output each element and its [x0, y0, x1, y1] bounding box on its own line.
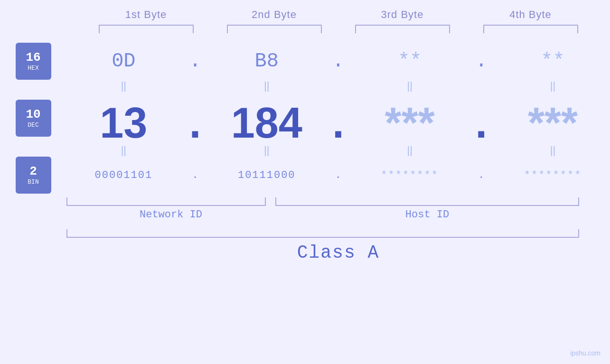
top-brackets — [82, 25, 595, 33]
eq-values-1: || || || || — [66, 80, 610, 92]
dec-dot2: . — [328, 92, 347, 144]
dec-badge-num: 10 — [26, 108, 40, 121]
id-labels-row: Network ID Host ID — [66, 209, 579, 221]
bin-b3: ******** — [357, 169, 462, 181]
dec-row: 10 DEC 13 . 184 . *** . *** — [0, 92, 610, 144]
hex-dot2: . — [328, 50, 347, 73]
header-byte2: 2nd Byte — [222, 9, 327, 21]
dec-badge-label: DEC — [28, 121, 38, 129]
hex-b1: 0D — [71, 50, 176, 73]
bottom-brackets-section: Network ID Host ID Class A — [0, 197, 610, 263]
watermark: ipshu.com — [570, 349, 601, 357]
bracket-byte3 — [355, 25, 450, 33]
header-byte1: 1st Byte — [94, 9, 198, 21]
dec-b1: 13 — [71, 92, 176, 144]
bin-dot2: . — [328, 169, 347, 181]
hex-badge-area: 16 HEX — [0, 43, 66, 80]
bin-badge-label: BIN — [28, 178, 38, 186]
dec-dot1: . — [186, 92, 205, 144]
class-label: Class A — [66, 243, 610, 263]
dec-badge: 10 DEC — [16, 100, 51, 137]
header-byte4: 4th Byte — [479, 9, 583, 21]
bracket-byte4 — [483, 25, 578, 33]
byte-headers: 1st Byte 2nd Byte 3rd Byte 4th Byte — [82, 9, 595, 21]
host-id-label: Host ID — [275, 209, 579, 221]
dec-values: 13 . 184 . *** . *** — [66, 92, 610, 144]
hex-dot1: . — [186, 50, 205, 73]
bin-b1: 00001101 — [71, 169, 176, 181]
outer-bracket — [66, 229, 579, 238]
bin-row: 2 BIN 00001101 . 10111000 . ******** . — [0, 157, 610, 194]
dec-badge-area: 10 DEC — [0, 100, 66, 137]
network-host-section: Network ID Host ID Class A — [66, 197, 610, 263]
eq-row-2: || || || || — [0, 144, 610, 157]
main-container: 1st Byte 2nd Byte 3rd Byte 4th Byte 16 H… — [0, 0, 610, 364]
hex-b4: ** — [501, 50, 605, 73]
dec-b2: 184 — [215, 92, 319, 144]
hex-values: 0D . B8 . ** . ** — [66, 50, 610, 73]
hex-badge-label: HEX — [28, 65, 38, 72]
hex-row: 16 HEX 0D . B8 . ** . ** — [0, 43, 610, 80]
bin-dot1: . — [186, 169, 205, 181]
hex-b2: B8 — [215, 50, 319, 73]
eq-row-1: || || || || — [0, 80, 610, 92]
bin-values: 00001101 . 10111000 . ******** . *******… — [66, 169, 610, 181]
bin-b2: 10111000 — [215, 169, 319, 181]
network-bracket — [66, 197, 266, 206]
bracket-byte1 — [99, 25, 194, 33]
bin-badge-num: 2 — [29, 165, 37, 178]
host-bracket — [275, 197, 579, 206]
dec-b4: *** — [501, 92, 605, 144]
header-byte3: 3rd Byte — [350, 9, 455, 21]
bracket-byte2 — [227, 25, 322, 33]
bin-badge: 2 BIN — [16, 157, 51, 194]
outer-bracket-container — [66, 229, 610, 238]
hex-badge: 16 HEX — [16, 43, 51, 80]
bottom-bracket-row — [66, 197, 579, 206]
hex-dot3: . — [472, 50, 491, 73]
bin-badge-area: 2 BIN — [0, 157, 66, 194]
dec-b3: *** — [357, 92, 462, 144]
bin-b4: ******** — [501, 169, 605, 181]
dec-dot3: . — [472, 92, 491, 144]
bin-dot3: . — [472, 169, 491, 181]
eq-values-2: || || || || — [66, 144, 610, 157]
hex-badge-num: 16 — [26, 51, 40, 65]
network-id-label: Network ID — [66, 209, 275, 221]
hex-b3: ** — [357, 50, 462, 73]
